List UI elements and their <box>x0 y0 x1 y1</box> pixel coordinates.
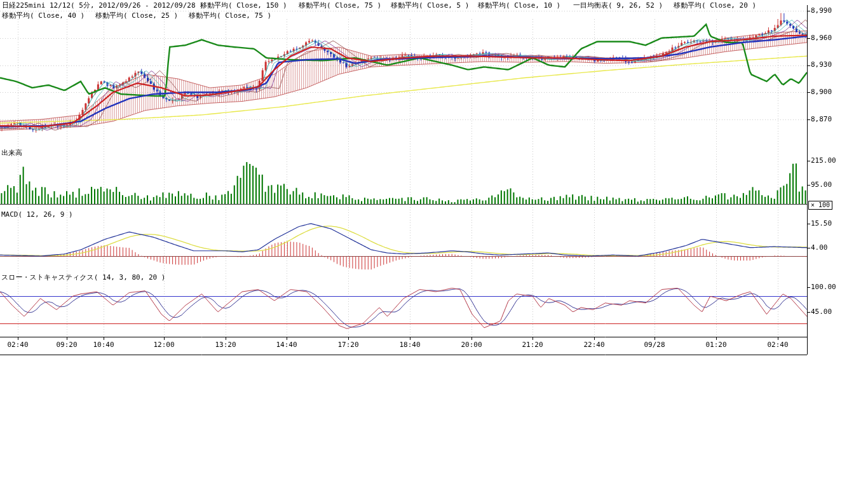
indicator-label-ma20: 移動平均( Close, 20 ) <box>674 1 756 10</box>
stoch-axis-tick: 45.00 <box>811 308 832 316</box>
price-axis-tick: 8,870 <box>811 116 832 123</box>
x-axis-tick: 09/28 <box>641 341 668 349</box>
stoch-pane-label: スロー・ストキャスティクス( 14, 3, 80, 20 ) <box>1 273 165 281</box>
x-axis-tick: 21:20 <box>519 341 546 349</box>
x-axis-tick: 14:40 <box>273 341 301 349</box>
x-axis-tick: 10:40 <box>90 341 118 349</box>
macd-axis-tick: 4.00 <box>811 244 828 252</box>
macd-axis-tick: 15.50 <box>811 220 832 227</box>
volume-unit-box: × 100 <box>808 201 832 210</box>
macd-pane-label: MACD( 12, 26, 9 ) <box>1 210 73 219</box>
x-axis-tick: 09:20 <box>53 341 81 349</box>
volume-pane-label: 出来高 <box>1 149 22 157</box>
price-axis-tick: 8,900 <box>811 88 832 96</box>
x-axis-tick: 20:00 <box>458 341 485 349</box>
indicator-label-ma25: 移動平均( Close, 25 ) <box>95 11 178 20</box>
indicator-label-ma5: 移動平均( Close, 5 ) <box>391 1 469 10</box>
price-chart-canvas[interactable] <box>0 0 868 488</box>
stoch-axis-tick: 100.00 <box>811 283 836 291</box>
x-axis-tick: 17:20 <box>334 341 362 349</box>
indicator-label-ma40: 移動平均( Close, 40 ) <box>2 11 85 20</box>
volume-axis-tick: 95.00 <box>811 181 832 189</box>
x-axis-tick: 18:40 <box>396 341 424 349</box>
charting-app-window: 日経225mini 12/12( 5分, 2012/09/26 - 2012/0… <box>0 0 868 488</box>
volume-axis-tick: 215.00 <box>811 157 836 165</box>
price-axis-tick: 8,990 <box>811 7 832 15</box>
x-axis-tick: 22:40 <box>580 341 608 349</box>
price-axis-tick: 8,960 <box>811 34 832 42</box>
x-axis-tick: 01:20 <box>702 341 730 349</box>
x-axis-tick: 02:40 <box>4 341 32 349</box>
x-axis-tick: 12:00 <box>150 341 178 349</box>
price-axis-tick: 8,930 <box>811 61 832 69</box>
chart-title: 日経225mini 12/12( 5分, 2012/09/26 - 2012/0… <box>2 1 204 10</box>
indicator-label-ma75: 移動平均( Close, 75 ) <box>299 1 381 10</box>
indicator-label-ma10: 移動平均( Close, 10 ) <box>478 1 560 10</box>
indicator-label-ma150: 移動平均( Close, 150 ) <box>200 1 287 10</box>
indicator-label-ma75b: 移動平均( Close, 75 ) <box>189 11 271 20</box>
indicator-label-ichimoku: 一目均衡表( 9, 26, 52 ) <box>573 1 663 10</box>
x-axis-tick: 02:40 <box>764 341 792 349</box>
x-axis-tick: 13:20 <box>212 341 240 349</box>
